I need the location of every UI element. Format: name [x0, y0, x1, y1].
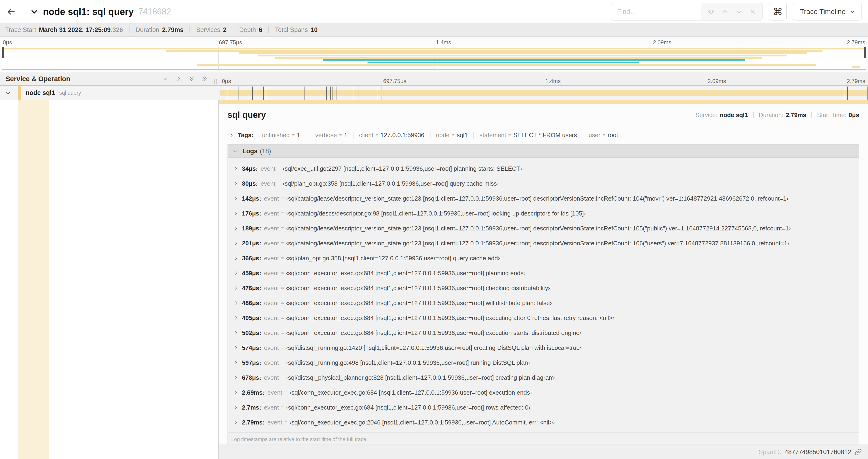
log-marker — [330, 87, 331, 100]
log-value: ‹sql/distsql_running.go:1420 [nsql1,clie… — [286, 344, 582, 352]
minimap-span-bar — [2, 47, 866, 50]
double-chevron-down-icon[interactable] — [188, 75, 195, 82]
log-row[interactable]: 2.7ms:event=‹sql/conn_executor_exec.go:6… — [230, 400, 859, 415]
log-row[interactable]: 2.69ms:event=‹sql/conn_executor_exec.go:… — [230, 385, 859, 400]
summary-label: Trace Start — [5, 26, 36, 34]
collapse-tools — [162, 75, 208, 82]
log-field-name: event — [264, 329, 279, 336]
view-range-right-scrubber[interactable] — [864, 47, 866, 58]
tag-value: SELECT * FROM users — [513, 132, 577, 139]
log-marker — [377, 87, 377, 100]
log-row[interactable]: 34μs:event=‹sql/exec_util.go:2297 [nsql1… — [230, 161, 859, 176]
tags-list: _unfinished=1_verbose=1client=127.0.0.1:… — [258, 132, 618, 139]
log-row[interactable]: 201μs:event=‹sql/catalog/lease/descripto… — [230, 236, 859, 251]
log-value: ‹sql/catalog/descs/descriptor.go:98 [nsq… — [286, 210, 586, 217]
log-marker — [847, 87, 848, 100]
log-marker — [238, 87, 239, 100]
minimap-rows — [2, 47, 866, 69]
log-equals: = — [281, 210, 284, 217]
log-field-name: event — [264, 344, 279, 352]
column-resizer-grip[interactable] — [214, 79, 217, 85]
chevron-right-icon — [234, 346, 238, 350]
log-row[interactable]: 486μs:event=‹sql/conn_executor_exec.go:6… — [230, 296, 859, 310]
back-button[interactable] — [0, 0, 22, 23]
log-value: ‹sql/plan_opt.go:358 [nsql1,client=127.0… — [283, 180, 499, 187]
minimap-row — [2, 47, 866, 50]
double-chevron-right-icon[interactable] — [202, 75, 208, 82]
log-timestamp: 495μs: — [242, 315, 261, 322]
log-row[interactable]: 597μs:event=‹sql/distsql_running.go:498 … — [230, 355, 859, 370]
page-title: node sql1: sql query — [43, 6, 134, 17]
chevron-right-icon — [234, 330, 238, 335]
log-row[interactable]: 176μs:event=‹sql/catalog/descs/descripto… — [230, 206, 859, 221]
minimap-section: 0μs 697.75μs 1.4ms 2.09ms 2.79ms — [0, 37, 868, 72]
log-row[interactable]: 189μs:event=‹sql/catalog/lease/descripto… — [230, 221, 859, 236]
summary-value: March 31 2022, 17:25:09 — [39, 26, 111, 34]
minimap-span-bar — [275, 57, 762, 59]
log-value: ‹sql/distsql_physical_planner.go:828 [ns… — [286, 374, 556, 381]
service-operation-header: Service & Operation — [0, 72, 219, 85]
tag-equals: = — [452, 132, 455, 138]
tag-equals: = — [375, 132, 378, 138]
logs-header[interactable]: Logs (18) — [228, 145, 859, 158]
chevron-up-icon[interactable] — [721, 8, 728, 15]
tags-row[interactable]: Tags: _unfinished=1_verbose=1client=127.… — [227, 126, 859, 143]
log-row[interactable]: 80μs:event=‹sql/plan_opt.go:358 [nsql1,c… — [230, 176, 859, 191]
log-field-name: event — [260, 180, 276, 187]
log-field-name: event — [264, 404, 279, 411]
log-row[interactable]: 502μs:event=‹sql/conn_executor_exec.go:6… — [230, 325, 859, 340]
keyboard-shortcuts-button[interactable]: ⌘ — [769, 3, 787, 21]
log-row[interactable]: 476μs:event=‹sql/conn_executor_exec.go:6… — [230, 281, 859, 296]
log-value: ‹sql/conn_executor_exec.go:684 [nsql1,cl… — [289, 389, 532, 396]
log-timestamp: 201μs: — [242, 240, 261, 247]
chevron-down-icon[interactable] — [736, 8, 742, 15]
chevron-right-icon[interactable] — [175, 75, 182, 82]
log-row[interactable]: 142μs:event=‹sql/catalog/lease/descripto… — [230, 191, 859, 206]
log-row[interactable]: 678μs:event=‹sql/distsql_physical_planne… — [230, 370, 859, 385]
close-icon[interactable] — [749, 8, 756, 15]
crosshair-icon[interactable] — [708, 8, 714, 15]
log-row[interactable]: 366μs:event=‹sql/plan_opt.go:358 [nsql1,… — [230, 251, 859, 266]
ruler-tick-label: 2.79ms — [847, 78, 865, 85]
tag-key: user — [589, 132, 600, 139]
summary-label: Total Spans — [275, 26, 308, 34]
chevron-down-icon[interactable] — [30, 8, 38, 15]
log-row[interactable]: 459μs:event=‹sql/conn_executor_exec.go:6… — [230, 266, 859, 281]
span-row-name-cell[interactable]: node sql1 sql query — [0, 86, 219, 100]
log-timestamp: 476μs: — [242, 285, 261, 292]
tag-equals: = — [508, 132, 511, 138]
link-icon[interactable] — [855, 448, 862, 456]
log-marker — [336, 87, 337, 100]
chevron-down-icon — [232, 148, 238, 154]
log-value: ‹sql/conn_executor_exec.go:684 [nsql1,cl… — [286, 285, 550, 292]
log-row[interactable]: 2.79ms:event=‹sql/conn_executor_exec.go:… — [230, 415, 859, 430]
tag-value: root — [608, 132, 618, 139]
span-row: node sql1 sql query — [0, 86, 868, 100]
chevron-right-icon — [234, 316, 238, 320]
log-row[interactable]: 574μs:event=‹sql/distsql_running.go:1420… — [230, 340, 859, 355]
title-area: node sql1: sql query 7418682 — [30, 6, 611, 17]
log-marker — [358, 87, 359, 100]
minimap-span-bar — [239, 52, 807, 54]
log-equals: = — [278, 181, 281, 187]
minimap-row — [2, 50, 866, 52]
trace-view-label: Trace Timeline — [800, 8, 846, 15]
log-equals: = — [281, 404, 284, 411]
log-field-name: event — [268, 389, 282, 396]
log-value: ‹sql/plan_opt.go:358 [nsql1,client=127.0… — [286, 255, 500, 262]
span-detail-title: sql query — [227, 110, 266, 120]
chevron-down-icon[interactable] — [5, 90, 11, 96]
chevron-down-icon[interactable] — [162, 75, 169, 82]
logs-list: 34μs:event=‹sql/exec_util.go:2297 [nsql1… — [228, 158, 859, 430]
minimap-row — [2, 64, 866, 66]
minimap-canvas[interactable] — [2, 47, 866, 69]
view-range-left-scrubber[interactable] — [2, 47, 4, 58]
find-box — [611, 3, 763, 21]
span-meta-value: 2.79ms — [786, 111, 806, 119]
log-equals: = — [281, 345, 284, 351]
find-input[interactable] — [611, 3, 701, 20]
span-duration-bar[interactable] — [220, 90, 868, 96]
trace-view-dropdown[interactable]: Trace Timeline — [793, 3, 862, 21]
log-row[interactable]: 495μs:event=‹sql/conn_executor_exec.go:6… — [230, 310, 859, 325]
span-meta-label: Start Time: — [817, 111, 846, 119]
